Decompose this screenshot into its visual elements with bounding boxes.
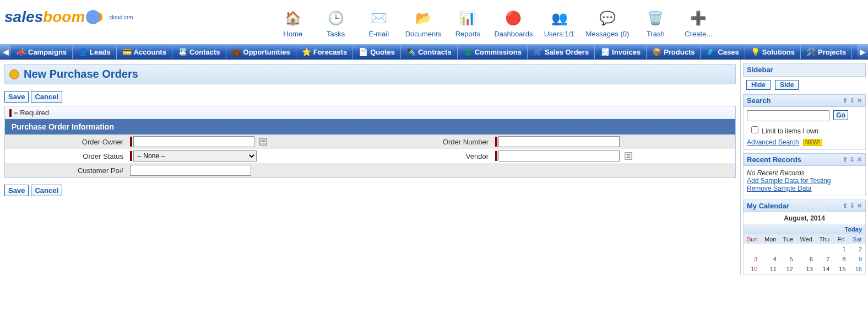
panel-down-icon[interactable]: ⇩ <box>850 202 855 209</box>
toolbar-tasks[interactable]: 🕒Tasks <box>319 9 352 38</box>
tab-commissions-label: Commissions <box>475 48 522 56</box>
sidebar-hide-button[interactable]: Hide <box>746 80 771 90</box>
order-status-select[interactable]: -- None -- <box>133 150 257 162</box>
customer-po-input[interactable] <box>130 165 251 176</box>
cal-cell[interactable]: 10 <box>744 264 761 274</box>
cal-cell[interactable]: 13 <box>796 264 816 274</box>
reports-icon: 📊 <box>458 9 477 28</box>
panel-up-icon[interactable]: ⇧ <box>843 202 848 209</box>
calendar-today-button[interactable]: Today <box>744 224 865 234</box>
tab-forecasts[interactable]: ⭐Forecasts <box>296 45 353 59</box>
tab-projects-label: Projects <box>818 48 846 56</box>
toolbar-email[interactable]: ✉️E-mail <box>362 9 395 38</box>
order-number-input[interactable] <box>498 136 620 147</box>
cal-cell[interactable]: 11 <box>761 264 779 274</box>
tab-contracts[interactable]: ✒️Contracts <box>401 45 458 59</box>
save-button-top[interactable]: Save <box>4 91 29 103</box>
toolbar-documents[interactable]: 📂Documents <box>405 9 442 38</box>
nav-scroll-right[interactable]: ▶ <box>857 45 868 59</box>
tab-leads-label: Leads <box>90 48 111 56</box>
toolbar-create[interactable]: ➕Create... <box>682 9 715 38</box>
required-bar-icon <box>9 109 12 117</box>
recent-empty-text: No Recent Records <box>747 169 862 177</box>
cal-cell[interactable]: 12 <box>780 264 796 274</box>
tab-accounts[interactable]: 💳Accounts <box>117 45 172 59</box>
required-note: = Required <box>5 106 735 119</box>
cal-cell[interactable] <box>780 244 796 254</box>
cal-cell[interactable]: 7 <box>816 254 833 264</box>
sidebar-side-button[interactable]: Side <box>775 80 799 90</box>
tab-cases[interactable]: 🧳Cases <box>701 45 745 59</box>
cal-cell[interactable]: 15 <box>833 264 849 274</box>
toolbar-users[interactable]: 👥Users:1/1 <box>543 9 576 38</box>
cancel-button-top[interactable]: Cancel <box>31 91 62 103</box>
tab-contacts-label: Contacts <box>189 48 220 56</box>
sidebar-recent-body: No Recent Records Add Sample Data for Te… <box>743 166 866 196</box>
sidebar-search-head: Search ⇧⇩✕ <box>743 94 866 107</box>
tab-campaigns[interactable]: 📣Campaigns <box>11 45 73 59</box>
tab-opportunities[interactable]: 💼Opportunities <box>226 45 296 59</box>
toolbar-trash[interactable]: 🗑️Trash <box>639 9 672 38</box>
opportunities-icon: 💼 <box>232 47 241 56</box>
logo[interactable]: salesboom cloud crm <box>4 2 133 29</box>
search-go-button[interactable]: Go <box>833 110 848 120</box>
cal-cell[interactable]: 9 <box>849 254 865 264</box>
toolbar-reports[interactable]: 📊Reports <box>451 9 484 38</box>
cal-cell[interactable]: 6 <box>796 254 816 264</box>
cal-cell[interactable]: 1 <box>833 244 849 254</box>
tasks-icon: 🕒 <box>327 9 345 28</box>
page-title-icon <box>9 69 19 79</box>
panel-close-icon[interactable]: ✕ <box>857 202 862 209</box>
products-icon: 📦 <box>652 47 661 56</box>
save-button-bottom[interactable]: Save <box>4 185 29 196</box>
panel-down-icon[interactable]: ⇩ <box>850 97 855 104</box>
toolbar-home[interactable]: 🏠Home <box>276 9 310 38</box>
toolbar-trash-label: Trash <box>647 30 665 38</box>
panel-close-icon[interactable]: ✕ <box>857 156 862 163</box>
toolbar-users-label: Users:1/1 <box>544 30 575 38</box>
panel-up-icon[interactable]: ⇧ <box>843 97 848 104</box>
tab-leads[interactable]: 👤Leads <box>73 45 117 59</box>
nav-scroll-left[interactable]: ◀ <box>0 45 11 59</box>
tab-commissions[interactable]: 💲Commissions <box>458 45 528 59</box>
cal-cell[interactable]: 16 <box>849 264 865 274</box>
solutions-icon: 💡 <box>751 47 760 56</box>
search-limit-label[interactable]: Limit to items I own <box>749 125 862 135</box>
toolbar-home-label: Home <box>283 30 302 38</box>
advanced-search-link[interactable]: Advanced Search <box>747 138 799 146</box>
search-limit-checkbox[interactable] <box>751 126 758 133</box>
cal-cell[interactable] <box>744 244 761 254</box>
vendor-input[interactable] <box>498 150 620 162</box>
tab-products[interactable]: 📦Products <box>647 45 701 59</box>
panel-close-icon[interactable]: ✕ <box>857 97 862 104</box>
add-sample-data-link[interactable]: Add Sample Data for Testing <box>747 177 831 185</box>
tab-sales-orders-label: Sales Orders <box>545 48 589 56</box>
order-owner-lookup-icon[interactable] <box>259 137 268 146</box>
cal-cell[interactable] <box>796 244 816 254</box>
cal-cell[interactable] <box>761 244 779 254</box>
tab-projects[interactable]: 🛠️Projects <box>801 45 852 59</box>
search-input[interactable] <box>747 110 829 121</box>
cal-cell[interactable]: 3 <box>744 254 761 264</box>
cal-cell[interactable] <box>816 244 833 254</box>
toolbar-reports-label: Reports <box>455 30 481 38</box>
cal-cell[interactable]: 5 <box>780 254 796 264</box>
toolbar-dashboards[interactable]: 🔴Dashboards <box>494 9 533 38</box>
panel-down-icon[interactable]: ⇩ <box>850 156 855 163</box>
panel-up-icon[interactable]: ⇧ <box>843 156 848 163</box>
tab-solutions[interactable]: 💡Solutions <box>745 45 801 59</box>
order-owner-input[interactable] <box>133 136 254 147</box>
cal-cell[interactable]: 14 <box>816 264 833 274</box>
cal-cell[interactable]: 4 <box>761 254 779 264</box>
cancel-button-bottom[interactable]: Cancel <box>31 185 62 196</box>
toolbar-messages[interactable]: 💬Messages (0) <box>586 9 630 38</box>
cal-cell[interactable]: 2 <box>849 244 865 254</box>
remove-sample-data-link[interactable]: Remove Sample Data <box>747 185 811 192</box>
vendor-lookup-icon[interactable] <box>624 152 633 160</box>
tab-quotes[interactable]: 📄Quotes <box>353 45 401 59</box>
tab-contacts[interactable]: 📇Contacts <box>172 45 226 59</box>
tab-invoices[interactable]: 🧾Invoices <box>595 45 647 59</box>
logo-waves-icon <box>86 6 109 29</box>
cal-cell[interactable]: 8 <box>833 254 849 264</box>
tab-sales-orders[interactable]: 🛒Sales Orders <box>528 45 595 59</box>
